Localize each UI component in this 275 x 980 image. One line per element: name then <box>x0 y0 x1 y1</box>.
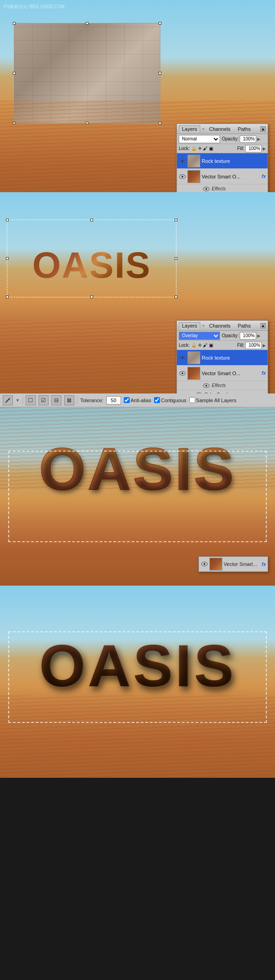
lock-icon-2[interactable]: 🔒 <box>191 343 197 348</box>
effects-header-1: Effects <box>177 184 268 192</box>
visibility-eye-effects-2[interactable] <box>203 382 210 389</box>
panel-header-1: Layers × Channels Paths ▲ <box>177 124 268 134</box>
svg-point-0 <box>9 398 10 399</box>
move-icon-1[interactable]: ✛ <box>198 146 202 151</box>
mini-layer-thumb <box>209 558 222 571</box>
sel-handle-tr <box>159 22 161 25</box>
tolerance-input[interactable] <box>106 396 121 404</box>
layer-name-rock-2: Rock texture <box>202 355 266 361</box>
gradient-icon-2[interactable]: ▣ <box>209 343 213 348</box>
panel-close-2[interactable]: ▲ <box>260 323 266 328</box>
brush-icon-1[interactable]: 🖌 <box>203 146 208 151</box>
layer-thumb-vector-2 <box>187 367 200 380</box>
layer-rock-texture-1[interactable]: Rock texture <box>177 153 268 169</box>
fx-badge-2: fx <box>262 371 266 376</box>
fill-row-2: Fill: ▶ <box>237 342 266 349</box>
layer-rock-texture-2[interactable]: Rock texture <box>177 350 268 366</box>
panel-lockrow-2: Lock: 🔒 ✛ 🖌 ▣ Fill: ▶ <box>177 341 268 350</box>
layer-vector-smart-1[interactable]: Vector Smart O... fx <box>177 169 268 184</box>
scene-1: PS教程论坛 BBS.16008.COM Layers × Channels P… <box>0 0 275 192</box>
sel-handle-mr <box>159 72 161 75</box>
intersect-selection-btn[interactable]: ⊠ <box>64 395 74 405</box>
tab-paths-1[interactable]: Paths <box>235 126 253 132</box>
opacity-row-2: Opacity: ▶ <box>222 332 260 339</box>
sub-color-overlay-2[interactable]: Color Overlay <box>177 390 268 393</box>
oasis-rocky-container: OASIS <box>9 229 174 302</box>
opacity-label-1: Opacity: <box>222 136 239 141</box>
opacity-arrow-1[interactable]: ▶ <box>257 137 260 141</box>
mini-fx-badge: fx <box>262 562 266 567</box>
opacity-input-1[interactable] <box>240 135 256 143</box>
lock-label-2: Lock: <box>179 343 190 348</box>
fill-input-1[interactable] <box>245 145 262 152</box>
contiguous-check[interactable]: Contiguous <box>154 397 187 403</box>
effects-header-2: Effects <box>177 381 268 390</box>
add-selection-btn[interactable]: ☑ <box>38 395 49 405</box>
layers-panel-1: Layers × Channels Paths ▲ Normal Opacity… <box>176 124 268 192</box>
anti-alias-check[interactable]: Anti-alias <box>124 397 151 403</box>
watermark: PS教程论坛 BBS.16008.COM <box>4 4 65 10</box>
new-selection-btn[interactable]: ☐ <box>26 395 36 405</box>
effects-label-1: Effects <box>212 186 226 191</box>
panel-controls-1: Normal Opacity: ▶ <box>177 134 268 144</box>
magic-wand-tool[interactable] <box>3 395 13 405</box>
opacity-input-2[interactable] <box>240 332 256 339</box>
mini-eye-icon[interactable] <box>201 560 208 568</box>
sel-handle-tl <box>13 22 16 25</box>
sample-all-check[interactable]: Sample All Layers <box>189 397 236 403</box>
mini-layers-panel-3: Vector Smart... fx <box>198 556 268 572</box>
fill-label-2: Fill: <box>237 343 244 348</box>
contiguous-checkbox[interactable] <box>154 397 160 403</box>
blend-mode-dropdown-1[interactable]: Normal <box>179 135 220 143</box>
tolerance-label: Tolerance: <box>80 398 104 403</box>
panel-lockrow-1: Lock: 🔒 ✛ 🖌 ▣ Fill: ▶ <box>177 144 268 153</box>
tab-channels-1[interactable]: Channels <box>206 126 233 132</box>
visibility-eye-effects-1[interactable] <box>203 185 210 193</box>
layer-thumb-vector-1 <box>187 170 200 183</box>
fill-arrow-2[interactable]: ▶ <box>263 343 266 348</box>
tab-x-2[interactable]: × <box>202 323 204 328</box>
mini-layer-name: Vector Smart... <box>224 561 260 567</box>
visibility-eye-rock-1[interactable] <box>179 157 186 165</box>
fill-arrow-1[interactable]: ▶ <box>263 146 266 151</box>
tab-layers-1[interactable]: Layers <box>179 125 200 132</box>
visibility-eye-rock-2[interactable] <box>179 354 186 361</box>
tab-layers-2[interactable]: Layers <box>179 322 200 329</box>
oasis-rocky-text: OASIS <box>33 244 151 286</box>
lock-label-1: Lock: <box>179 146 190 151</box>
gradient-icon-1[interactable]: ▣ <box>209 146 213 151</box>
layer-vector-smart-2[interactable]: Vector Smart O... fx <box>177 366 268 381</box>
subtract-selection-btn[interactable]: ⊟ <box>51 395 61 405</box>
tool-dropdown-arrow[interactable]: ▼ <box>16 398 20 403</box>
layer-name-rock-1: Rock texture <box>202 158 266 164</box>
tab-paths-2[interactable]: Paths <box>235 323 253 329</box>
brush-icon-2[interactable]: 🖌 <box>203 343 208 348</box>
visibility-eye-vector-1[interactable] <box>179 173 186 180</box>
layer-name-vector-1: Vector Smart O... <box>202 174 260 179</box>
blend-mode-dropdown-2[interactable]: Overlay <box>179 332 220 340</box>
sand-ripples-4 <box>0 695 275 778</box>
sample-all-label: Sample All Layers <box>196 398 236 403</box>
sample-all-checkbox[interactable] <box>189 397 195 403</box>
panel-close-1[interactable]: ▲ <box>260 126 266 132</box>
opacity-label-2: Opacity: <box>222 333 239 338</box>
scene-4: OASIS <box>0 586 275 778</box>
tab-channels-2[interactable]: Channels <box>206 323 233 329</box>
layer-name-vector-2: Vector Smart O... <box>202 371 260 376</box>
lock-icon-1[interactable]: 🔒 <box>191 146 197 151</box>
fill-input-2[interactable] <box>245 342 262 349</box>
tab-x-1[interactable]: × <box>202 127 204 131</box>
oasis-flat-text: OASIS <box>39 436 236 502</box>
layer-thumb-rock-1 <box>187 155 200 167</box>
oasis-flat-container: OASIS <box>7 435 268 503</box>
fill-row-1: Fill: ▶ <box>237 145 266 152</box>
panel-header-2: Layers × Channels Paths ▲ <box>177 321 268 331</box>
move-icon-2[interactable]: ✛ <box>198 343 202 348</box>
toolbar-bar-3: ▼ ☐ ☑ ⊟ ⊠ Tolerance: Anti-alias Contiguo… <box>0 393 275 407</box>
scene-3: ▼ ☐ ☑ ⊟ ⊠ Tolerance: Anti-alias Contiguo… <box>0 393 275 586</box>
layer-thumb-rock-2 <box>187 351 200 364</box>
opacity-arrow-2[interactable]: ▶ <box>257 334 260 338</box>
visibility-eye-vector-2[interactable] <box>179 370 186 377</box>
oasis-shadow-text: OASIS <box>39 632 236 699</box>
anti-alias-checkbox[interactable] <box>124 397 130 403</box>
